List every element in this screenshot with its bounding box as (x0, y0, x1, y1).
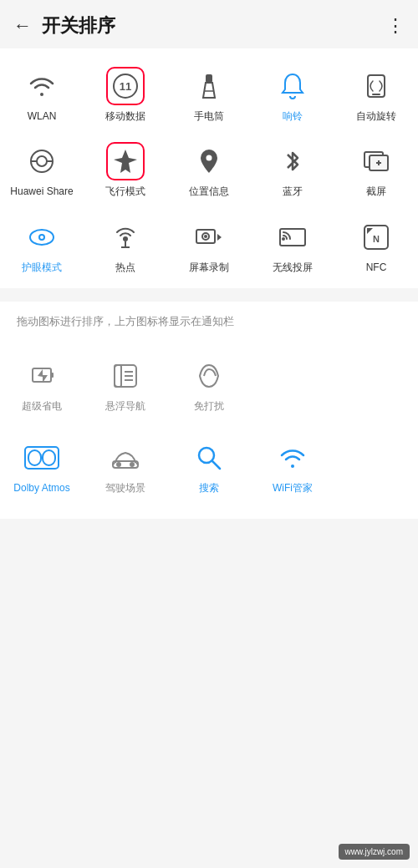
svg-rect-30 (51, 373, 54, 378)
mid-grid: Huawei Share 飞行模式 位置信息 (0, 130, 418, 206)
back-button[interactable]: ← (13, 15, 32, 37)
svg-rect-33 (115, 365, 121, 387)
grid-item-ringtone[interactable]: 响铃 (251, 55, 334, 130)
wireless-display-icon (273, 218, 312, 256)
svg-marker-3 (203, 83, 215, 98)
no-disturb-label: 免打扰 (194, 400, 224, 412)
inactive-grid: 超级省电 悬浮导航 免打扰 (0, 345, 418, 427)
svg-line-46 (212, 461, 220, 469)
super-battery-icon (23, 357, 61, 395)
auto-rotate-label: 自动旋转 (356, 110, 396, 122)
grid-item-screen-record[interactable]: 屏幕录制 (167, 206, 251, 282)
nfc-icon: N (357, 218, 395, 256)
extra-grid: Dolby Atmos 驾驶场景 (0, 427, 418, 519)
grid-item-wifi-manager[interactable]: WiFi管家 (251, 427, 334, 502)
grid-item-wireless-display[interactable]: 无线投屏 (251, 206, 334, 282)
huawei-share-icon (23, 142, 61, 180)
grid-item-flashlight[interactable]: 手电筒 (167, 55, 251, 130)
wifi-manager-label: WiFi管家 (273, 482, 313, 494)
wireless-display-label: 无线投屏 (273, 261, 313, 273)
svg-marker-31 (38, 369, 48, 383)
grid-item-auto-rotate[interactable]: 自动旋转 (334, 55, 418, 130)
hotspot-label: 热点 (115, 261, 135, 273)
svg-text:11: 11 (120, 80, 131, 93)
drive-icon (106, 439, 145, 477)
grid-item-hotspot[interactable]: 热点 (84, 206, 167, 282)
eye-comfort-label: 护眼模式 (22, 261, 62, 273)
grid-item-mobile-data[interactable]: 11 移动数据 (84, 55, 167, 130)
location-label: 位置信息 (189, 185, 229, 197)
svg-point-10 (206, 155, 212, 161)
airplane-label: 飞行模式 (105, 185, 145, 197)
svg-point-18 (123, 236, 128, 241)
location-icon (190, 142, 228, 180)
grid-item-dolby[interactable]: Dolby Atmos (0, 427, 84, 502)
screenshot-icon (357, 142, 395, 180)
search-icon (190, 439, 228, 477)
bluetooth-icon (273, 142, 312, 180)
screen-record-label: 屏幕录制 (189, 261, 229, 273)
search-label: 搜索 (199, 482, 219, 494)
grid-item-wlan[interactable]: WLAN (0, 55, 84, 130)
svg-rect-38 (28, 450, 41, 465)
svg-marker-22 (217, 234, 222, 241)
float-nav-icon (106, 357, 145, 395)
auto-rotate-icon (357, 67, 395, 105)
grid-item-location[interactable]: 位置信息 (167, 130, 251, 206)
svg-point-42 (130, 462, 135, 467)
wifi-manager-icon (273, 439, 312, 477)
top-grid: WLAN 11 移动数据 手电筒 (0, 55, 418, 130)
bottom-area: 拖动图标进行排序，上方图标将显示在通知栏 超级省电 (0, 302, 418, 519)
grid-item-huawei-share[interactable]: Huawei Share (0, 130, 84, 206)
no-disturb-icon (190, 357, 228, 395)
grid-item-eye-comfort[interactable]: 护眼模式 (0, 206, 84, 282)
svg-point-7 (37, 156, 47, 166)
svg-point-26 (282, 237, 285, 241)
grid-item-bluetooth[interactable]: 蓝牙 (251, 130, 334, 206)
svg-point-17 (40, 236, 43, 239)
bluetooth-label: 蓝牙 (283, 185, 303, 197)
dolby-label: Dolby Atmos (13, 482, 69, 494)
grid-item-nfc[interactable]: N NFC (334, 206, 418, 282)
ringtone-label: 响铃 (283, 110, 303, 122)
mobile-data-label: 移动数据 (105, 110, 145, 122)
hint-section: 拖动图标进行排序，上方图标将显示在通知栏 (0, 302, 418, 345)
wlan-label: WLAN (28, 110, 57, 122)
flashlight-icon (190, 67, 228, 105)
dolby-icon (23, 439, 61, 477)
screen-record-icon (190, 218, 228, 256)
svg-rect-2 (206, 74, 212, 83)
svg-rect-25 (280, 229, 305, 246)
grid-item-screenshot[interactable]: 截屏 (334, 130, 418, 206)
float-nav-label: 悬浮导航 (105, 400, 145, 412)
header: ← 开关排序 ⋮ (0, 0, 418, 48)
mobile-data-icon: 11 (106, 67, 145, 105)
grid-item-airplane[interactable]: 飞行模式 (84, 130, 167, 206)
grid-item-super-battery[interactable]: 超级省电 (0, 345, 84, 420)
flashlight-label: 手电筒 (194, 110, 224, 122)
grid-item-drive[interactable]: 驾驶场景 (84, 427, 167, 502)
drive-label: 驾驶场景 (105, 482, 145, 494)
airplane-icon (106, 142, 145, 180)
hint-text: 拖动图标进行排序，上方图标将显示在通知栏 (17, 313, 401, 330)
svg-rect-39 (43, 450, 55, 465)
super-battery-label: 超级省电 (22, 400, 62, 412)
top-grid-section: WLAN 11 移动数据 手电筒 (0, 48, 418, 288)
nfc-label: NFC (366, 261, 387, 273)
bottom-grid: 护眼模式 热点 (0, 206, 418, 282)
svg-point-24 (204, 235, 207, 238)
svg-text:N: N (373, 234, 380, 244)
eye-comfort-icon (23, 218, 61, 256)
watermark: www.jylzwj.com (339, 844, 410, 860)
grid-item-no-disturb[interactable]: 免打扰 (167, 345, 251, 420)
divider (0, 295, 418, 302)
huawei-share-label: Huawei Share (10, 185, 73, 197)
svg-point-41 (116, 462, 121, 467)
more-button[interactable]: ⋮ (386, 15, 405, 37)
grid-item-float-nav[interactable]: 悬浮导航 (84, 345, 167, 420)
page-title: 开关排序 (42, 13, 386, 38)
grid-item-search[interactable]: 搜索 (167, 427, 251, 502)
screenshot-label: 截屏 (366, 185, 386, 197)
hotspot-icon (106, 218, 145, 256)
wlan-icon (23, 67, 61, 105)
